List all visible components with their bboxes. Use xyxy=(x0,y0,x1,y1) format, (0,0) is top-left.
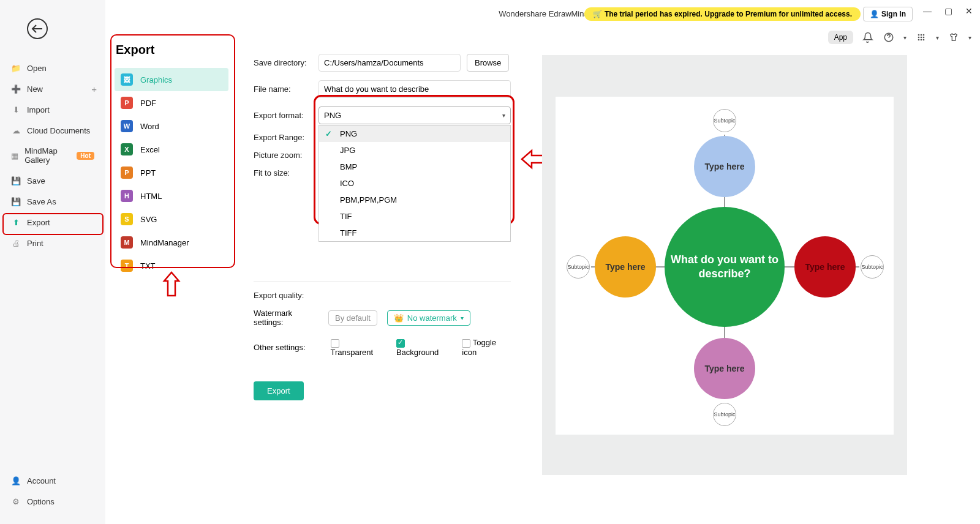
export-type-ppt[interactable]: PPPT xyxy=(115,161,228,184)
subtopic-top[interactable]: Subtopic xyxy=(713,109,736,132)
export-type-graphics[interactable]: 🖼Graphics xyxy=(115,68,228,91)
branch-top[interactable]: Type here xyxy=(694,136,755,197)
export-button[interactable]: Export xyxy=(254,381,304,400)
label: PDF xyxy=(140,99,156,108)
branch-bottom[interactable]: Type here xyxy=(694,338,755,399)
plus-circle-icon: ➕ xyxy=(11,84,21,94)
sidebar-item-account[interactable]: 👤Account xyxy=(0,470,105,491)
chevron-down-icon: ▾ xyxy=(461,315,464,321)
svg-point-9 xyxy=(923,39,925,41)
label: TXT xyxy=(140,261,156,271)
fit-label: Fit to size: xyxy=(254,168,318,178)
branch-left[interactable]: Type here xyxy=(595,236,656,298)
label: PNG xyxy=(340,129,357,138)
chevron-down-icon: ▾ xyxy=(968,34,971,41)
format-option-tif[interactable]: TIF xyxy=(319,208,510,225)
transparent-checkbox[interactable]: Transparent xyxy=(331,338,382,357)
user-icon: 👤 xyxy=(870,10,879,18)
sidebar-item-export[interactable]: ⬆Export xyxy=(0,212,105,233)
export-type-excel[interactable]: XExcel xyxy=(115,138,228,161)
sidebar-item-new[interactable]: ➕New+ xyxy=(0,78,105,99)
excel-icon: X xyxy=(121,143,133,155)
sidebar-item-cloud[interactable]: ☁Cloud Documents xyxy=(0,120,105,141)
label: Options xyxy=(27,497,55,506)
svg-icon: S xyxy=(121,213,133,225)
subtopic-bottom[interactable]: Subtopic xyxy=(713,403,736,426)
app-pill[interactable]: App xyxy=(828,31,853,44)
export-panel: Export 🖼Graphics PPDF WWord XExcel PPPT … xyxy=(107,31,236,292)
label: Transparent xyxy=(331,348,374,357)
signin-button[interactable]: 👤 Sign In xyxy=(863,7,913,21)
sidebar-item-save[interactable]: 💾Save xyxy=(0,170,105,191)
shirt-icon[interactable] xyxy=(948,31,960,43)
export-type-mindmanager[interactable]: MMindManager xyxy=(115,231,228,254)
word-icon: W xyxy=(121,120,133,132)
saveas-icon: 💾 xyxy=(11,196,21,206)
sidebar-item-open[interactable]: 📁Open xyxy=(0,58,105,78)
pdf-icon: P xyxy=(121,97,133,109)
sidebar-item-print[interactable]: 🖨Print xyxy=(0,233,105,253)
wm-default-option[interactable]: By default xyxy=(328,310,377,326)
export-form: Save directory: Browse File name: Export… xyxy=(254,54,511,400)
label: PBM,PPM,PGM xyxy=(340,195,397,204)
hot-badge: Hot xyxy=(77,152,94,160)
wm-none-option[interactable]: 👑 No watermark ▾ xyxy=(387,310,470,326)
export-title: Export xyxy=(116,43,228,57)
export-type-word[interactable]: WWord xyxy=(115,114,228,138)
save-dir-input[interactable] xyxy=(318,54,461,72)
export-icon: ⬆ xyxy=(11,217,21,227)
label: HTML xyxy=(140,192,162,201)
minimize-icon[interactable]: — xyxy=(922,6,932,16)
back-button[interactable] xyxy=(27,18,48,39)
ppt-icon: P xyxy=(121,167,133,179)
sidebar: 📁Open ➕New+ ⬇Import ☁Cloud Documents ▦Mi… xyxy=(0,0,105,524)
format-option-jpg[interactable]: JPG xyxy=(319,142,510,159)
label: Word xyxy=(140,122,159,131)
center-node[interactable]: What do you want to describe? xyxy=(665,207,785,327)
trial-banner[interactable]: 🛒 The trial period has expired. Upgrade … xyxy=(584,7,861,21)
label: Open xyxy=(27,64,47,73)
mindmanager-icon: M xyxy=(121,236,133,249)
bell-icon[interactable] xyxy=(862,31,874,43)
svg-point-6 xyxy=(923,37,925,39)
plus-icon[interactable]: + xyxy=(91,84,97,94)
subtopic-left[interactable]: Subtopic xyxy=(567,255,590,279)
toggle-icon-checkbox[interactable]: Toggle icon xyxy=(462,338,511,357)
format-option-png[interactable]: ✓PNG xyxy=(319,125,510,142)
export-type-svg[interactable]: SSVG xyxy=(115,208,228,231)
subtopic-right[interactable]: Subtopic xyxy=(861,255,884,279)
help-icon[interactable] xyxy=(883,31,895,43)
format-option-pbm[interactable]: PBM,PPM,PGM xyxy=(319,192,510,208)
gallery-icon: ▦ xyxy=(11,151,18,160)
watermark-label: Watermark settings: xyxy=(254,309,318,327)
format-select[interactable]: PNG xyxy=(318,107,511,124)
txt-icon: T xyxy=(121,260,133,272)
sidebar-item-import[interactable]: ⬇Import xyxy=(0,99,105,120)
maximize-icon[interactable]: ▢ xyxy=(943,6,953,16)
format-value: PNG xyxy=(324,111,341,120)
format-option-ico[interactable]: ICO xyxy=(319,175,510,192)
label: Import xyxy=(27,105,50,114)
label: MindMap Gallery xyxy=(24,146,70,165)
label: Excel xyxy=(140,145,160,154)
grid-icon[interactable] xyxy=(915,31,927,43)
label: JPG xyxy=(340,146,355,155)
label: Export xyxy=(27,218,50,227)
export-type-txt[interactable]: TTXT xyxy=(115,254,228,277)
sidebar-item-options[interactable]: ⚙Options xyxy=(0,491,105,512)
filename-input[interactable] xyxy=(318,80,511,98)
format-option-tiff[interactable]: TIFF xyxy=(319,225,510,241)
export-type-pdf[interactable]: PPDF xyxy=(115,91,228,114)
background-checkbox[interactable]: Background xyxy=(396,338,447,357)
format-option-bmp[interactable]: BMP xyxy=(319,159,510,175)
export-type-html[interactable]: HHTML xyxy=(115,184,228,208)
branch-right[interactable]: Type here xyxy=(794,236,856,298)
quality-label: Export quality: xyxy=(254,291,318,300)
browse-button[interactable]: Browse xyxy=(467,54,509,72)
sidebar-item-gallery[interactable]: ▦MindMap GalleryHot xyxy=(0,141,105,170)
close-icon[interactable]: ✕ xyxy=(964,6,974,16)
mindmap-canvas: What do you want to describe? Type here … xyxy=(556,97,894,435)
sidebar-item-saveas[interactable]: 💾Save As xyxy=(0,191,105,212)
signin-label: Sign In xyxy=(881,10,906,18)
svg-point-3 xyxy=(923,34,925,36)
